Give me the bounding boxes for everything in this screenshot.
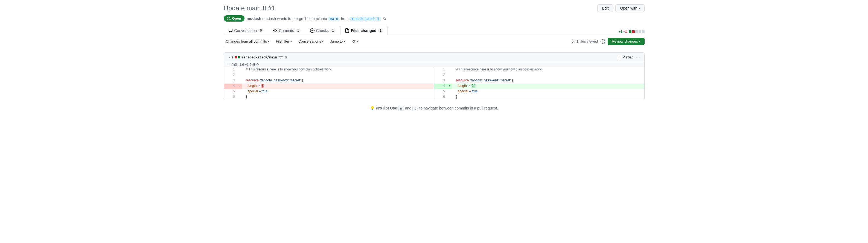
table-row: 4 + length = 24	[434, 83, 644, 89]
chevron-down-icon-jump: ▾	[344, 40, 345, 43]
diff-sq-green	[629, 30, 631, 33]
key-n: n	[398, 106, 404, 111]
diff-right: 1 # This resource here is to show you ho…	[434, 67, 644, 100]
tab-commits[interactable]: Commits 1	[268, 26, 306, 35]
diff-left: 1 # This resource here is to show you ho…	[224, 67, 434, 100]
chevron-down-icon: ▾	[639, 7, 640, 10]
table-row: 3 resource "random_password" "secret" {	[434, 78, 644, 83]
pr-description: mudash mudash wants to merge 1 commit in…	[247, 16, 381, 21]
toolbar: Changes from all commits ▾ File filter ▾…	[224, 35, 645, 48]
chevron-down-icon-changes: ▾	[268, 40, 269, 43]
diff-sq-gray3	[642, 30, 645, 33]
diff-stat-summary: +1 −1	[619, 30, 644, 35]
chevron-down-icon-review: ▾	[639, 40, 641, 43]
jump-to-button[interactable]: Jump to ▾	[328, 38, 347, 44]
table-row: 6 }	[434, 95, 644, 100]
chevron-down-icon-filter: ▾	[290, 40, 292, 43]
chevron-down-icon-conv: ▾	[322, 40, 323, 43]
copy-branch-icon[interactable]: ⧉	[383, 16, 386, 21]
git-pull-request-icon	[227, 16, 231, 21]
pr-meta: Open mudash mudash wants to merge 1 comm…	[224, 15, 645, 22]
checks-icon	[310, 28, 314, 33]
key-p: p	[412, 106, 418, 111]
copy-path-icon[interactable]: ⧉	[285, 56, 287, 59]
file-diff-squares	[235, 56, 240, 59]
diff-count: 2	[231, 56, 234, 59]
tab-files-changed[interactable]: Files changed 1	[340, 26, 388, 35]
header-actions: Edit Open with ▾	[597, 4, 644, 12]
table-row: 6 }	[224, 95, 434, 100]
files-icon	[345, 28, 349, 33]
diff-sq-red	[632, 30, 635, 33]
toolbar-right: 0 / 1 files viewed i Review changes ▾	[571, 38, 645, 45]
commits-icon	[273, 28, 277, 33]
diff-sq-gray2	[639, 30, 641, 33]
pr-title: Update main.tf #1	[224, 4, 275, 12]
file-path: managed-stack/main.tf	[242, 56, 283, 59]
diff-sq-gray	[635, 30, 638, 33]
table-row: 3 resource "random_password" "secret" {	[224, 78, 434, 83]
info-icon[interactable]: i	[600, 39, 605, 44]
viewed-input[interactable]	[618, 56, 621, 59]
review-changes-button[interactable]: Review changes ▾	[608, 38, 644, 45]
viewed-checkbox[interactable]: Viewed	[618, 56, 633, 59]
table-row: 1 # This resource here is to show you ho…	[224, 67, 434, 73]
open-with-label: Open with	[620, 6, 637, 10]
conversations-button[interactable]: Conversations ▾	[296, 38, 326, 44]
file-block: ▾ 2 managed-stack/main.tf ⧉ Viewed ··· ·…	[224, 53, 645, 100]
protip: 💡 ProTip! Use n and p to navigate betwee…	[224, 100, 645, 116]
source-branch: mudash-patch-1	[349, 16, 381, 21]
lightbulb-icon: 💡	[370, 106, 375, 110]
table-row: 4 - length = 8	[224, 83, 434, 89]
open-with-button[interactable]: Open with ▾	[615, 4, 644, 12]
tab-conversation[interactable]: Conversation 0	[224, 26, 268, 35]
open-badge: Open	[224, 15, 245, 22]
collapse-button[interactable]: ▾	[228, 56, 230, 59]
diff-squares	[629, 30, 645, 33]
more-options-button[interactable]: ···	[636, 55, 640, 60]
settings-button[interactable]: ▾	[349, 38, 361, 45]
table-row: 5 special = true	[434, 89, 644, 95]
table-row: 2	[224, 73, 434, 78]
chat-icon	[228, 28, 233, 33]
target-branch: main	[328, 16, 340, 21]
diff-content: 1 # This resource here is to show you ho…	[224, 67, 644, 100]
file-header: ▾ 2 managed-stack/main.tf ⧉ Viewed ···	[224, 53, 644, 62]
chevron-down-icon-settings: ▾	[357, 40, 359, 43]
tabs: Conversation 0 Commits 1 Checks 1 Files …	[224, 26, 645, 35]
table-row: 1 # This resource here is to show you ho…	[434, 67, 644, 73]
table-row: 2	[434, 73, 644, 78]
edit-button[interactable]: Edit	[597, 4, 613, 12]
tab-checks[interactable]: Checks 1	[306, 26, 340, 35]
file-filter-button[interactable]: File filter ▾	[274, 38, 294, 44]
hunk-header: ··· @@ -1,6 +1,6 @@	[224, 62, 644, 67]
gear-icon	[352, 39, 356, 44]
changes-from-button[interactable]: Changes from all commits ▾	[224, 38, 272, 44]
table-row: 5 special = true	[224, 89, 434, 95]
